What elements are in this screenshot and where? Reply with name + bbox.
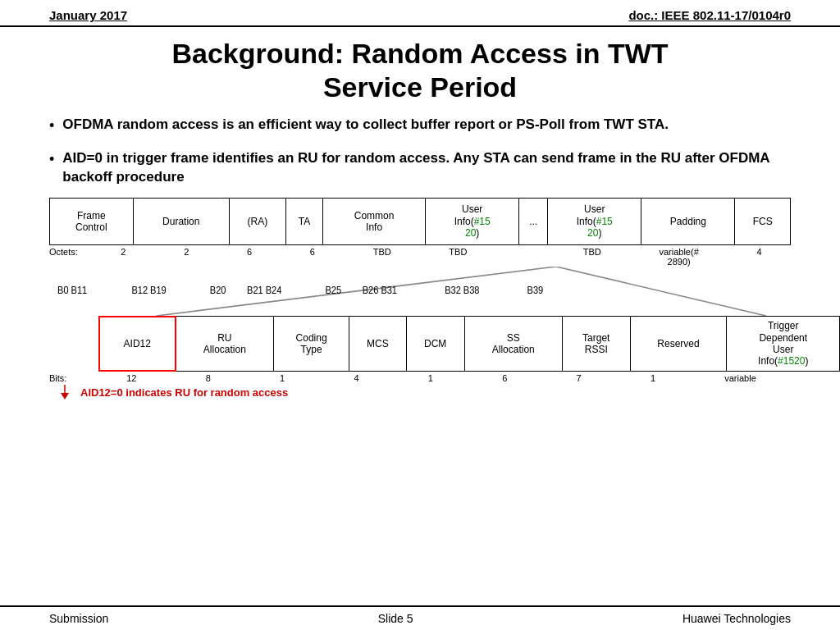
svg-text:B12  B19: B12 B19 (131, 285, 166, 294)
octet-val-3: 6 (310, 247, 315, 267)
svg-text:B39: B39 (527, 285, 544, 294)
bit-val-5: 6 (502, 373, 507, 383)
connector-lines: B0 B11 B12 B19 B20 B21 B24 B25 B26 B31 B… (49, 267, 791, 316)
cell-fcs: FCS (735, 199, 791, 244)
cell-target-rssi: TargetRSSI (562, 317, 630, 372)
top-frame-table: FrameControl Duration (RA) TA CommonInfo… (49, 198, 791, 244)
aid12-arrow-icon (52, 385, 77, 399)
bottom-frame-container: AID12 RUAllocation CodingType MCS DCM SS… (49, 316, 791, 400)
footer-right: Huawei Technologies (682, 612, 791, 625)
header-doc: doc.: IEEE 802.11-17/0104r0 (628, 8, 791, 22)
bit-val-8: variable (724, 373, 756, 383)
bullet-item-1: • OFDMA random access is an efficient wa… (49, 116, 791, 135)
bits-row: Bits: 12 8 1 4 1 6 7 1 variable (49, 373, 791, 383)
header: January 2017 doc.: IEEE 802.11-17/0104r0 (0, 0, 840, 27)
bits-values: 12 8 1 4 1 6 7 1 variable (92, 373, 791, 383)
cell-user-info-2: UserInfo(#1520) (548, 199, 641, 244)
bit-val-0: 12 (126, 373, 136, 383)
aid12-note: AID12=0 indicates RU for random access (80, 386, 288, 399)
cell-frame-control: FrameControl (50, 199, 134, 244)
octet-val-1: 2 (184, 247, 189, 267)
content-area: • OFDMA random access is an efficient wa… (0, 111, 840, 187)
cell-ru-allocation: RUAllocation (176, 317, 274, 372)
svg-text:B20: B20 (210, 285, 226, 294)
octet-val-5: TBD (449, 247, 467, 267)
bottom-frame-row: AID12 RUAllocation CodingType MCS DCM SS… (99, 317, 840, 372)
cell-ss-allocation: SSAllocation (464, 317, 562, 372)
octet-val-2: 6 (247, 247, 252, 267)
svg-text:B26  B31: B26 B31 (363, 285, 397, 294)
bit-val-4: 1 (428, 373, 433, 383)
bit-val-1: 8 (206, 373, 211, 383)
footer-left: Submission (49, 612, 108, 625)
cell-user-info-1: UserInfo(#1520) (426, 199, 519, 244)
diagram-area: FrameControl Duration (RA) TA CommonInfo… (0, 194, 840, 399)
bottom-frame-table: AID12 RUAllocation CodingType MCS DCM SS… (98, 316, 840, 372)
cell-ra: (RA) (229, 199, 285, 244)
slide: January 2017 doc.: IEEE 802.11-17/0104r0… (0, 0, 840, 630)
slide-title: Background: Random Access in TWT Service… (49, 37, 791, 104)
bit-val-7: 1 (651, 373, 655, 383)
svg-text:B0  B11: B0 B11 (57, 285, 87, 294)
svg-text:B21  B24: B21 B24 (247, 285, 282, 294)
octets-values: 2 2 6 6 TBD TBD TBD variable(#2890) 4 (92, 247, 791, 267)
bits-label: Bits: (49, 373, 92, 383)
aid12-note-row: AID12=0 indicates RU for random access (52, 385, 791, 399)
octet-val-4: TBD (373, 247, 391, 267)
octets-label: Octets: (49, 247, 92, 257)
octet-val-8: variable(#2890) (659, 247, 698, 267)
svg-line-1 (556, 267, 766, 316)
svg-marker-11 (61, 393, 69, 399)
octet-val-0: 2 (121, 247, 126, 267)
cell-mcs: MCS (349, 317, 407, 372)
octet-val-7: TBD (583, 247, 601, 267)
cell-common-info: CommonInfo (323, 199, 426, 244)
title-area: Background: Random Access in TWT Service… (0, 27, 840, 111)
cell-padding: Padding (641, 199, 735, 244)
top-frame-row: FrameControl Duration (RA) TA CommonInfo… (50, 199, 791, 244)
footer: Submission Slide 5 Huawei Technologies (0, 605, 840, 630)
cell-coding-type: CodingType (274, 317, 349, 372)
footer-center: Slide 5 (378, 612, 413, 625)
bullet-dot-2: • (49, 151, 54, 168)
bit-val-3: 4 (354, 373, 358, 383)
bullet-text-2: AID=0 in trigger frame identifies an RU … (62, 149, 791, 187)
cell-ellipsis: ... (519, 199, 548, 244)
cell-duration: Duration (133, 199, 229, 244)
svg-text:B32  B38: B32 B38 (445, 285, 479, 294)
bullet-dot-1: • (49, 117, 54, 135)
cell-reserved: Reserved (630, 317, 727, 372)
octet-val-9: 4 (756, 247, 761, 267)
bit-val-2: 1 (280, 373, 285, 383)
svg-text:B25: B25 (325, 285, 341, 294)
bullet-text-1: OFDMA random access is an efficient way … (62, 116, 669, 135)
bullet-item-2: • AID=0 in trigger frame identifies an R… (49, 149, 791, 187)
cell-ta: TA (285, 199, 322, 244)
octets-row: Octets: 2 2 6 6 TBD TBD TBD variable(#28… (49, 247, 791, 267)
cell-trigger-dep: TriggerDependentUserInfo(#1520) (727, 317, 840, 372)
cell-aid12: AID12 (99, 317, 176, 372)
bit-val-6: 7 (577, 373, 582, 383)
cell-dcm: DCM (406, 317, 464, 372)
header-date: January 2017 (49, 8, 127, 22)
